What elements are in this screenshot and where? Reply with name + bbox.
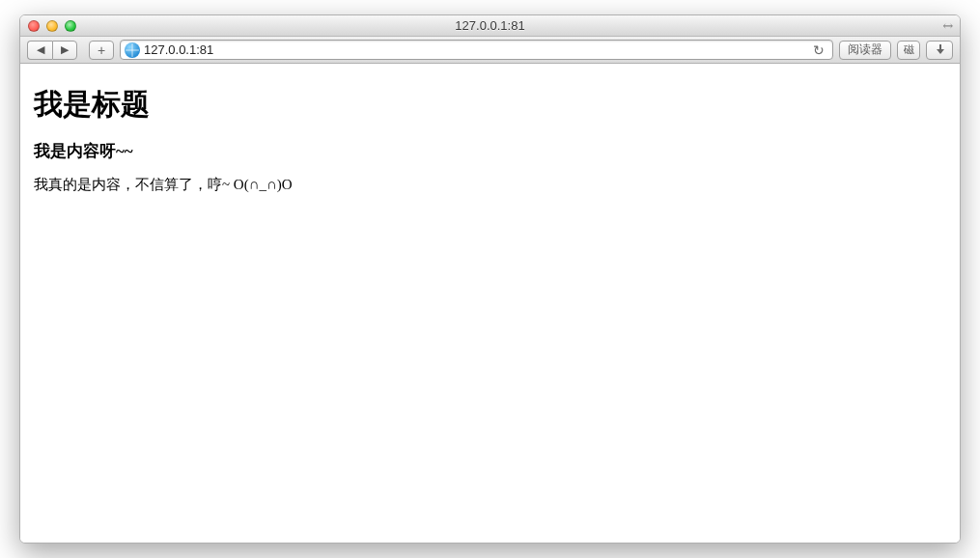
page-body-text: 我真的是内容，不信算了，哼~ O(∩_∩)O <box>34 176 946 194</box>
minimize-button[interactable] <box>46 20 58 32</box>
forward-button[interactable]: ▶ <box>52 41 77 60</box>
reader-button[interactable]: 阅读器 <box>839 41 891 60</box>
title-bar: 127.0.0.1:81 ⤢ <box>20 15 960 37</box>
browser-window: 127.0.0.1:81 ⤢ ◀ ▶ + ↻ 阅读器 磁 我是标题 我是内容呀~… <box>19 14 961 544</box>
reload-button[interactable]: ↻ <box>809 42 828 58</box>
encoding-button[interactable]: 磁 <box>897 41 921 60</box>
nav-buttons: ◀ ▶ <box>27 41 77 60</box>
downloads-button[interactable] <box>926 41 953 60</box>
url-input[interactable] <box>144 42 805 57</box>
back-button[interactable]: ◀ <box>27 41 52 60</box>
globe-icon <box>125 42 140 58</box>
close-button[interactable] <box>28 20 40 32</box>
toolbar: ◀ ▶ + ↻ 阅读器 磁 <box>20 37 960 64</box>
add-tab-button[interactable]: + <box>89 41 114 60</box>
maximize-button[interactable] <box>65 20 76 32</box>
page-content: 我是标题 我是内容呀~~ 我真的是内容，不信算了，哼~ O(∩_∩)O <box>20 64 960 543</box>
traffic-lights <box>28 20 76 32</box>
address-bar[interactable]: ↻ <box>120 40 833 60</box>
page-heading: 我是标题 <box>34 85 946 125</box>
page-subheading: 我是内容呀~~ <box>34 140 946 162</box>
window-title: 127.0.0.1:81 <box>28 18 952 33</box>
download-icon <box>935 44 944 56</box>
